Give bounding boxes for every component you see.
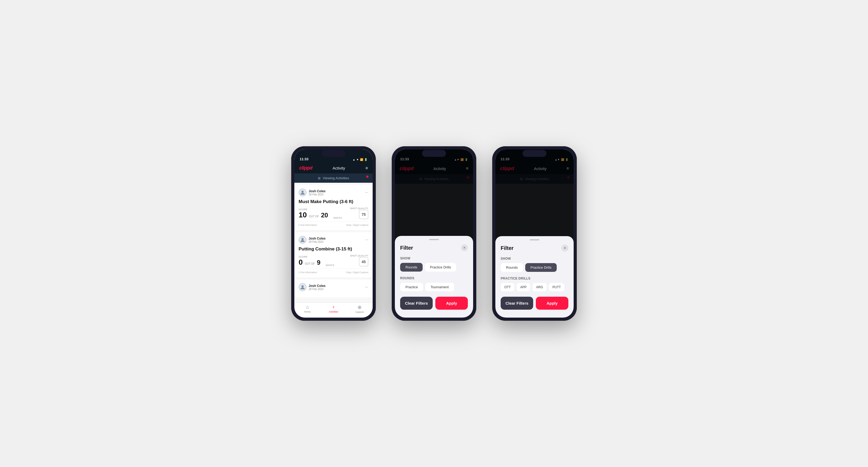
sheet-footer-2: Clear Filters Apply bbox=[400, 297, 468, 310]
nav-home-label: Home bbox=[304, 310, 310, 313]
filter-overlay-3: Filter ✕ Show Rounds Practice Drills Pra… bbox=[495, 149, 574, 318]
card-footer-2: ℹ Test Information Data: Clippd Capture bbox=[299, 269, 368, 274]
shot-quality-section-1: Shot Quality 75 bbox=[350, 207, 368, 219]
rounds-section-label-2: Rounds bbox=[400, 276, 468, 280]
drill-buttons-3: OTT APP ARG PUTT bbox=[501, 283, 568, 291]
shots-section-2: Shots bbox=[326, 264, 335, 267]
card-footer-1: ℹ Test Information Data: Clippd Capture bbox=[299, 221, 368, 226]
nav-capture[interactable]: ⊕ Capture bbox=[346, 304, 373, 313]
apply-btn-2[interactable]: Apply bbox=[435, 297, 468, 310]
activity-card-3: Josh Coles 28 Feb 2023 ··· bbox=[294, 280, 373, 298]
user-details-3: Josh Coles 28 Feb 2023 bbox=[309, 284, 326, 291]
activities-icon: ♀ bbox=[332, 304, 335, 310]
scene: 11:33 ▲ ▼ 📶 🔋 clippd Activity ≡ ⊞ Viewin… bbox=[275, 125, 593, 342]
clear-filters-btn-2[interactable]: Clear Filters bbox=[400, 297, 433, 310]
show-label-3: Show bbox=[501, 257, 568, 260]
sheet-header-2: Filter ✕ bbox=[400, 244, 468, 251]
practice-drills-section-3: Practice Drills OTT APP ARG PUTT bbox=[501, 277, 568, 291]
more-icon-3[interactable]: ··· bbox=[365, 285, 368, 289]
user-name-1: Josh Coles bbox=[309, 189, 326, 193]
filter-sheet-3: Filter ✕ Show Rounds Practice Drills Pra… bbox=[495, 236, 574, 318]
home-icon: ⌂ bbox=[306, 304, 309, 310]
footer-data-2: Data: Clippd Capture bbox=[346, 271, 368, 274]
sheet-handle-2 bbox=[429, 239, 439, 240]
nav-home[interactable]: ⌂ Home bbox=[294, 304, 320, 313]
activity-card-2: Josh Coles 28 Feb 2023 ··· Putting Combi… bbox=[294, 232, 373, 277]
user-date-1: 28 Feb 2023 bbox=[309, 193, 326, 196]
activity-card-1: Josh Coles 28 Feb 2023 ··· Must Make Put… bbox=[294, 185, 373, 230]
score-section-1: Score 10 OUT OF 20 bbox=[299, 208, 328, 219]
clear-filters-btn-3[interactable]: Clear Filters bbox=[501, 297, 533, 310]
shot-quality-section-2: Shot Quality 45 bbox=[350, 254, 368, 267]
close-button-2[interactable]: ✕ bbox=[461, 244, 468, 251]
rounds-btn-3[interactable]: Rounds bbox=[501, 263, 523, 272]
logo-1: clippd bbox=[299, 165, 312, 171]
avatar-2 bbox=[299, 236, 307, 244]
practice-drills-btn-2[interactable]: Practice Drills bbox=[425, 263, 456, 272]
user-info-2: Josh Coles 28 Feb 2023 bbox=[299, 236, 326, 244]
dynamic-island-2 bbox=[422, 150, 446, 157]
activity-title-2: Putting Combine (3-15 ft) bbox=[299, 246, 368, 252]
menu-icon-1[interactable]: ≡ bbox=[366, 166, 368, 170]
nav-activities-label: Activities bbox=[329, 310, 338, 313]
show-section-3: Show Rounds Practice Drills bbox=[501, 257, 568, 272]
shot-quality-badge-2: 45 bbox=[359, 257, 368, 267]
filter-sheet-2: Filter ✕ Show Rounds Practice Drills Rou… bbox=[395, 236, 473, 318]
tournament-btn-2[interactable]: Tournament bbox=[425, 283, 454, 291]
rounds-btn-2[interactable]: Rounds bbox=[400, 263, 423, 272]
filter-icon-1: ⊞ bbox=[318, 176, 320, 180]
avatar-3 bbox=[299, 283, 307, 291]
capture-icon: ⊕ bbox=[358, 304, 362, 310]
nav-activities[interactable]: ♀ Activities bbox=[320, 304, 347, 313]
viewing-bar-1[interactable]: ⊞ Viewing Activities bbox=[294, 174, 373, 183]
svg-point-1 bbox=[302, 238, 304, 240]
rounds-buttons-2: Practice Tournament bbox=[400, 283, 468, 291]
shots-section-1: Shots bbox=[333, 217, 342, 219]
ott-btn-3[interactable]: OTT bbox=[501, 283, 515, 291]
user-name-2: Josh Coles bbox=[309, 237, 326, 240]
phone-2: ⊞ Viewing Activities 11:33 ▲▼ 📶 🔋 clippd… bbox=[392, 146, 476, 321]
filter-overlay-2: Filter ✕ Show Rounds Practice Drills Rou… bbox=[395, 149, 473, 318]
close-button-3[interactable]: ✕ bbox=[561, 245, 568, 251]
footer-info-2: ℹ Test Information bbox=[299, 271, 317, 274]
phone-1: 11:33 ▲ ▼ 📶 🔋 clippd Activity ≡ ⊞ Viewin… bbox=[291, 146, 376, 321]
show-label-2: Show bbox=[400, 256, 468, 260]
more-icon-2[interactable]: ··· bbox=[365, 238, 368, 242]
user-date-2: 28 Feb 2023 bbox=[309, 240, 326, 243]
practice-drills-btn-3[interactable]: Practice Drills bbox=[525, 263, 557, 272]
red-dot-1 bbox=[366, 176, 368, 178]
user-details-1: Josh Coles 28 Feb 2023 bbox=[309, 189, 326, 196]
score-value-2: 0 bbox=[299, 258, 303, 267]
practice-round-btn-2[interactable]: Practice bbox=[400, 283, 423, 291]
footer-data-1: Data: Clippd Capture bbox=[346, 224, 368, 226]
status-time-1: 11:33 bbox=[300, 157, 308, 161]
rounds-section-2: Rounds Practice Tournament bbox=[400, 276, 468, 291]
card-header-2: Josh Coles 28 Feb 2023 ··· bbox=[299, 236, 368, 244]
card-header-1: Josh Coles 28 Feb 2023 ··· bbox=[299, 189, 368, 196]
score-section-2: Score 0 OUT OF 9 bbox=[299, 255, 320, 267]
user-details-2: Josh Coles 28 Feb 2023 bbox=[309, 237, 326, 243]
dynamic-island-3 bbox=[523, 150, 547, 157]
show-buttons-3: Rounds Practice Drills bbox=[501, 263, 568, 272]
show-buttons-2: Rounds Practice Drills bbox=[400, 263, 468, 272]
apply-btn-3[interactable]: Apply bbox=[536, 297, 568, 310]
bottom-nav-1: ⌂ Home ♀ Activities ⊕ Capture bbox=[294, 303, 373, 318]
arg-btn-3[interactable]: ARG bbox=[532, 283, 547, 291]
sheet-handle-3 bbox=[530, 239, 539, 240]
total-shots-1: 20 bbox=[321, 212, 328, 219]
user-info-3: Josh Coles 28 Feb 2023 bbox=[299, 283, 326, 291]
filter-title-2: Filter bbox=[400, 245, 413, 251]
content-1: Josh Coles 28 Feb 2023 ··· Must Make Put… bbox=[294, 183, 373, 303]
practice-drills-section-label-3: Practice Drills bbox=[501, 277, 568, 280]
more-icon-1[interactable]: ··· bbox=[365, 190, 368, 195]
user-info-1: Josh Coles 28 Feb 2023 bbox=[299, 189, 326, 196]
viewing-bar-text-1: Viewing Activities bbox=[323, 176, 349, 180]
sheet-header-3: Filter ✕ bbox=[501, 245, 568, 251]
header-title-1: Activity bbox=[333, 166, 345, 170]
putt-btn-3[interactable]: PUTT bbox=[549, 283, 564, 291]
activity-title-1: Must Make Putting (3-6 ft) bbox=[299, 199, 368, 205]
app-btn-3[interactable]: APP bbox=[517, 283, 530, 291]
svg-point-2 bbox=[302, 285, 304, 287]
footer-info-1: ℹ Test Information bbox=[299, 224, 317, 226]
total-shots-2: 9 bbox=[317, 259, 320, 266]
